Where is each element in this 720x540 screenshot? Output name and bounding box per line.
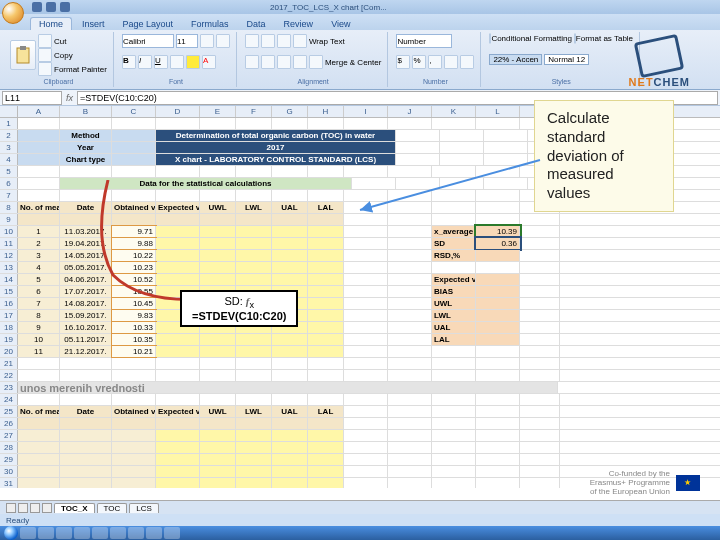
cell[interactable]	[388, 250, 432, 261]
cell[interactable]	[308, 238, 344, 249]
cell[interactable]	[308, 250, 344, 261]
cell[interactable]	[344, 478, 388, 488]
row-header-29[interactable]: 29	[0, 454, 18, 465]
cell[interactable]	[344, 418, 388, 429]
cell[interactable]	[200, 442, 236, 453]
row-header-12[interactable]: 12	[0, 250, 18, 261]
cell[interactable]	[272, 454, 308, 465]
cell[interactable]	[272, 274, 308, 285]
row-header-21[interactable]: 21	[0, 358, 18, 369]
align-top-icon[interactable]	[245, 34, 259, 48]
cell[interactable]	[112, 454, 156, 465]
cell[interactable]	[18, 118, 60, 129]
cell[interactable]: 8	[18, 310, 60, 321]
cell[interactable]	[520, 406, 560, 417]
col-K[interactable]: K	[432, 106, 476, 117]
cell[interactable]	[476, 454, 520, 465]
wrap-text-button[interactable]: Wrap Text	[309, 37, 345, 46]
cell[interactable]	[432, 478, 476, 488]
cell[interactable]: 3	[18, 250, 60, 261]
cell[interactable]	[344, 442, 388, 453]
taskbar-app-2[interactable]	[38, 527, 54, 539]
cell[interactable]	[156, 274, 200, 285]
cell[interactable]	[344, 238, 388, 249]
cell[interactable]	[156, 478, 200, 488]
cell[interactable]	[388, 418, 432, 429]
cell[interactable]	[308, 466, 344, 477]
cell[interactable]	[308, 334, 344, 345]
taskbar-app-7[interactable]	[128, 527, 144, 539]
cell[interactable]	[308, 394, 344, 405]
cell[interactable]	[344, 454, 388, 465]
cell[interactable]	[272, 262, 308, 273]
cell[interactable]: Obtained value mg C/l	[112, 406, 156, 417]
row-header-16[interactable]: 16	[0, 298, 18, 309]
cell[interactable]: 10	[18, 334, 60, 345]
cell[interactable]: LAL	[308, 202, 344, 213]
style-normal[interactable]: Normal 12	[544, 54, 589, 65]
cell[interactable]	[388, 394, 432, 405]
cell[interactable]	[344, 358, 388, 369]
cell[interactable]	[112, 394, 156, 405]
cell[interactable]: UWL	[200, 406, 236, 417]
cell[interactable]	[520, 334, 560, 345]
cell[interactable]	[18, 166, 60, 177]
cell[interactable]	[344, 394, 388, 405]
cell[interactable]	[476, 442, 520, 453]
name-box[interactable]: L11	[2, 91, 62, 105]
cell[interactable]	[520, 370, 560, 381]
cell[interactable]	[272, 346, 308, 357]
cell[interactable]	[112, 142, 156, 153]
cell[interactable]	[236, 394, 272, 405]
cell[interactable]	[272, 166, 308, 177]
cell[interactable]	[272, 214, 308, 225]
row-header-26[interactable]: 26	[0, 418, 18, 429]
cell[interactable]	[272, 430, 308, 441]
cell[interactable]	[476, 358, 520, 369]
cell[interactable]	[156, 238, 200, 249]
cell[interactable]	[388, 118, 432, 129]
cell[interactable]	[344, 346, 388, 357]
cell[interactable]: 14.08.2017.	[60, 298, 112, 309]
sheet-nav-first[interactable]	[6, 503, 16, 513]
row-header-4[interactable]: 4	[0, 154, 18, 165]
cell[interactable]	[484, 178, 528, 189]
cell[interactable]	[520, 262, 560, 273]
cell[interactable]	[156, 166, 200, 177]
cell[interactable]	[344, 334, 388, 345]
cell[interactable]	[308, 214, 344, 225]
cell[interactable]	[388, 406, 432, 417]
cell[interactable]	[236, 442, 272, 453]
cell[interactable]: 14.05.2017.	[60, 250, 112, 261]
comma-icon[interactable]: ,	[428, 55, 442, 69]
tab-data[interactable]: Data	[239, 18, 274, 30]
fill-color-button[interactable]	[186, 55, 200, 69]
sheet-tab-0[interactable]: TOC_X	[54, 503, 95, 513]
cell[interactable]	[520, 394, 560, 405]
cell[interactable]	[60, 454, 112, 465]
copy-button[interactable]: Copy	[38, 48, 107, 62]
cell[interactable]	[272, 334, 308, 345]
cell[interactable]: UAL	[272, 202, 308, 213]
cell[interactable]	[236, 238, 272, 249]
cell[interactable]: 05.11.2017.	[60, 334, 112, 345]
cell[interactable]	[156, 118, 200, 129]
cell[interactable]	[344, 466, 388, 477]
tab-formulas[interactable]: Formulas	[183, 18, 237, 30]
border-button[interactable]	[170, 55, 184, 69]
sheet-nav-last[interactable]	[42, 503, 52, 513]
cell[interactable]	[156, 370, 200, 381]
cell[interactable]	[236, 118, 272, 129]
cell[interactable]	[476, 478, 520, 488]
cell[interactable]: Expected value, CL	[156, 406, 200, 417]
row-header-10[interactable]: 10	[0, 226, 18, 237]
cell[interactable]	[308, 346, 344, 357]
taskbar-app-5[interactable]	[92, 527, 108, 539]
cell[interactable]	[344, 370, 388, 381]
cell[interactable]	[476, 166, 520, 177]
cell[interactable]	[308, 478, 344, 488]
cell[interactable]	[388, 466, 432, 477]
row-header-6[interactable]: 6	[0, 178, 18, 189]
cell[interactable]	[60, 118, 112, 129]
cell[interactable]	[388, 370, 432, 381]
